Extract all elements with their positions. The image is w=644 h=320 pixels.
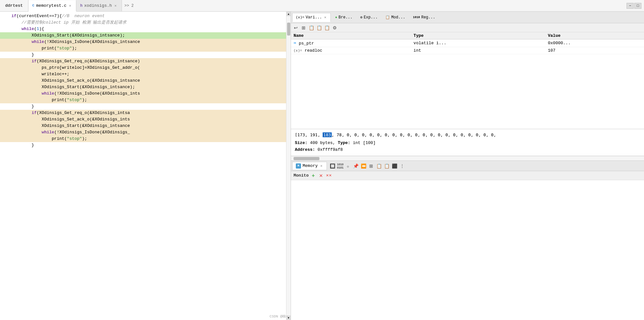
code-line-3: while(1){ [0,26,291,32]
mem-tb-square[interactable]: ⬛ [391,162,398,170]
tab-modules[interactable]: 📋 Mod... [382,13,409,22]
editor-scrollbar[interactable]: ▲ ▼ [286,12,291,320]
tab-variables[interactable]: (x)= Vari... ✕ [292,13,331,22]
monitor-remove-button[interactable]: ✕ [318,172,324,179]
code-text-3: while(1){ [0,26,291,32]
code-line-13: while(!XOdinsigs_IsDone(&XOdinsigs_ints [0,90,291,97]
toolbar-settings[interactable]: 📋 [323,24,330,31]
col-value-header: Value [545,32,644,39]
tab-registers-label: Reg... [421,15,435,20]
right-panel: (x)= Vari... ✕ ● Bre... ⚙ Exp... 📋 Mod..… [291,12,644,320]
variables-panel: Name Type Value ➡ ps_ptr volatile i... 0… [291,32,644,129]
type-value: int [100] [353,140,375,145]
size-value: 400 bytes [310,140,333,145]
tab-xodinsigs-close[interactable]: ✕ [113,3,118,8]
code-line-20: print("stop"); [0,136,291,142]
scroll-up-arrow[interactable]: ▲ [286,12,291,16]
code-text-1: if(currentEvent==7){//B neuron event [0,13,291,19]
code-text-6: print("stop"); [0,45,291,52]
scroll-thumb[interactable] [287,23,290,36]
toolbar-layout[interactable]: ⊞ [300,24,307,31]
mem-tb-pin[interactable]: 📌 [352,162,359,170]
memory-tab-toolbar: 🔲 10100101 ⬦ 📌 ⏪ ⊞ 📋 📋 ⬛ ⋮ [329,162,406,170]
code-line-21: } [0,142,291,149]
tab-memory-close[interactable]: ✕ [319,163,324,169]
code-text-8: if(XOdinsigs_Get_req_o(&XOdinsigs_intsan… [0,58,291,65]
code-text-21: } [0,142,291,149]
highlighted-value: 183 [323,132,331,137]
tab-variables-close[interactable]: ✕ [323,15,327,20]
code-text-5: while(!XOdinsigs_IsDone(&XOdinsigs_intsa… [0,39,291,45]
memory-content-area[interactable] [291,180,644,320]
variables-icon: (x)= [296,15,304,19]
type-label: Type: [338,140,350,145]
monitor-add-button[interactable]: + [310,172,317,179]
code-line-5: while(!XOdinsigs_IsDone(&XOdinsigs_intsa… [0,39,291,45]
horiz-scrollbar[interactable] [291,156,644,160]
tab-overflow[interactable]: >> 2 [122,4,136,8]
tab-variables-label: Vari... [306,15,322,20]
code-line-10: writeloc++; [0,71,291,77]
window-controls: − □ [627,3,644,9]
tab-ddrtest[interactable]: ddrtest [0,0,28,11]
memory-content-toolbar: Monito + ✕ ✕✕ [291,171,644,180]
var-ps-ptr-label: ps_ptr [299,41,314,46]
address-label: Address: [295,147,315,152]
variables-table: Name Type Value ➡ ps_ptr volatile i... 0… [291,32,644,54]
debug-tab-bar: (x)= Vari... ✕ ● Bre... ⚙ Exp... 📋 Mod..… [291,12,644,23]
tab-c-icon: c [32,3,35,8]
toolbar-arrow-left[interactable]: ↩ [292,24,299,31]
tab-xodinsigs[interactable]: h xodinsigs.h ✕ [76,0,122,11]
tab-memorytest[interactable]: c memorytest.c ✕ [28,0,76,12]
tab-modules-label: Mod... [391,15,405,20]
code-line-14: print("stop"); [0,97,291,103]
var-detail-array: [173, 191, 183, 78, 0, 0, 0, 0, 0, 0, 0,… [295,132,640,139]
tab-expressions[interactable]: ⚙ Exp... [357,13,381,22]
memory-db-icon: M [296,163,301,169]
code-line-4-active: XOdinsigs_Start(&XOdinsigs_intsance); [0,32,291,39]
code-line-1: if(currentEvent==7){//B neuron event [0,13,291,19]
expand-arrow-icon: ➡ [294,41,296,46]
toolbar-paste[interactable]: 📋 [316,24,323,31]
code-line-19: while(!XOdinsigs_IsDone(&XOdinsigs_ [0,129,291,136]
code-text-4: XOdinsigs_Start(&XOdinsigs_intsance); [0,32,291,39]
mem-tb-grid[interactable]: ⊞ [368,162,375,170]
breakpoint-icon: ● [335,15,337,19]
code-line-16: if(XOdinsigs_Get_req_o(&XOdinsigs_intsa [0,110,291,116]
debug-toolbar: ↩ ⊞ 📋 📋 📋 ⚙ [291,23,644,32]
var-ps-ptr-value: 0x0000... [545,39,644,47]
tab-breakpoints-label: Bre... [338,15,352,20]
tab-ddrtest-label: ddrtest [5,3,23,8]
var-readloc-label: readloc [305,48,322,53]
monitor-remove-all-button[interactable]: ✕✕ [326,172,332,179]
mem-tb-back[interactable]: ⏪ [360,162,367,170]
minimize-button[interactable]: − [627,3,634,9]
code-area[interactable]: if(currentEvent==7){//B neuron event //需… [0,12,291,320]
monito-label: Monito [294,173,309,178]
code-line-2: //需要控制collect ip 开始 检测 输出是否发起请求 [0,19,291,26]
modules-icon: 📋 [385,15,390,19]
code-text-10: writeloc++; [0,71,291,77]
mem-tb-bin[interactable]: 10100101 [337,162,344,170]
toolbar-options[interactable]: ⚙ [331,24,338,31]
maximize-button[interactable]: □ [634,3,641,9]
size-label: Size: [295,140,307,145]
memory-tab-label: Memory [303,163,318,168]
mem-tb-copy1[interactable]: 📋 [375,162,382,170]
tab-memory[interactable]: M Memory ✕ [292,162,327,170]
code-line-12: XOdinsigs_Start(&XOdinsigs_intsance); [0,84,291,90]
mem-tb-restore[interactable]: 🔲 [329,162,336,170]
var-row-ps-ptr[interactable]: ➡ ps_ptr volatile i... 0x0000... [291,39,644,47]
mem-tb-copy2[interactable]: 📋 [383,162,390,170]
tab-memorytest-close[interactable]: ✕ [68,3,72,8]
toolbar-copy[interactable]: 📋 [308,24,315,31]
tab-breakpoints[interactable]: ● Bre... [331,13,356,22]
watermark: CSDN @柚~ [270,314,288,319]
code-text-20: print("stop"); [0,136,291,142]
horiz-thumb[interactable] [294,157,319,160]
var-row-readloc[interactable]: (x)= readloc int 107 [291,47,644,54]
mem-tb-diamond[interactable]: ⬦ [344,162,351,170]
code-line-7: } [0,52,291,58]
mem-tb-more[interactable]: ⋮ [399,162,406,170]
tab-registers[interactable]: 1010 Reg... [409,13,439,22]
